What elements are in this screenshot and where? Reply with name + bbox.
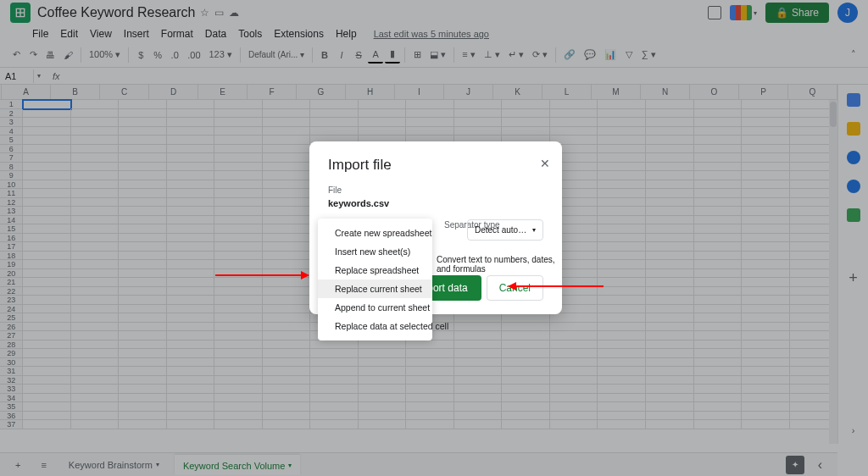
separator-type-select[interactable]: Detect automatically ▾ xyxy=(467,219,543,241)
annotation-arrow-right xyxy=(509,285,604,287)
chevron-down-icon: ▾ xyxy=(532,226,536,234)
file-section-label: File xyxy=(328,185,543,195)
option-replace-current-sheet[interactable]: Replace current sheet xyxy=(318,280,432,298)
option-replace-spreadsheet[interactable]: Replace spreadsheet xyxy=(318,261,432,280)
option-replace-at-selected-cell[interactable]: Replace data at selected cell xyxy=(318,317,432,335)
option-create-new-spreadsheet[interactable]: Create new spreadsheet xyxy=(318,224,432,242)
close-icon[interactable]: ✕ xyxy=(540,157,550,170)
file-name: keywords.csv xyxy=(328,198,543,208)
convert-text-label: Convert text to numbers, dates, and form… xyxy=(437,255,555,274)
annotation-arrow-left xyxy=(215,274,309,276)
separator-value: Detect automatically xyxy=(475,225,532,235)
dialog-title: Import file xyxy=(328,157,543,174)
option-insert-new-sheet[interactable]: Insert new sheet(s) xyxy=(318,242,432,261)
import-location-dropdown: Create new spreadsheet Insert new sheet(… xyxy=(318,219,432,340)
option-append-current-sheet[interactable]: Append to current sheet xyxy=(318,298,432,317)
